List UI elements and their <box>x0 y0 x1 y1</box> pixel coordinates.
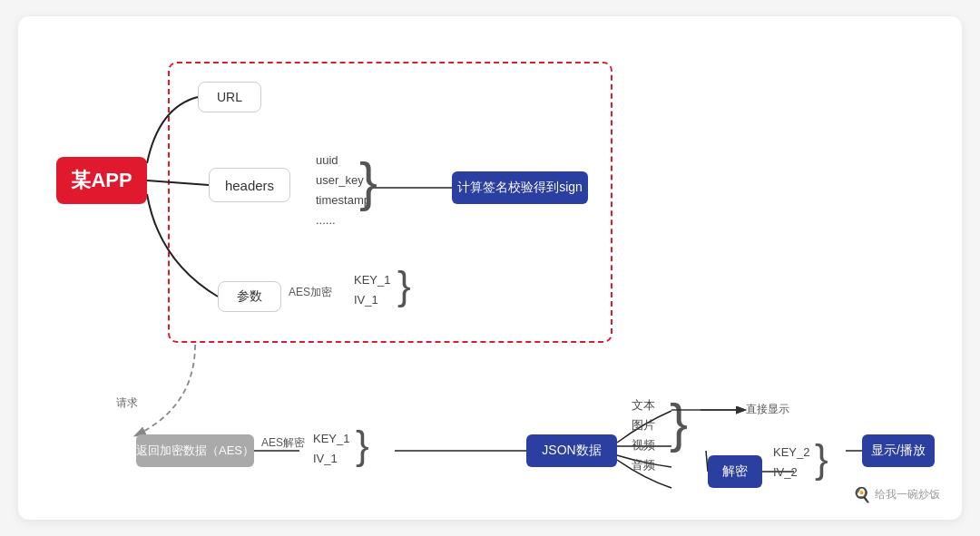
json-node: JSON数据 <box>526 434 617 467</box>
direct-show-label: 直接显示 <box>746 402 789 417</box>
aes-decrypt-label: AES解密 <box>261 435 305 451</box>
display-node: 显示/播放 <box>862 434 935 467</box>
diagram-container: 某APP URL headers uuid user_key timestamp… <box>18 16 962 520</box>
json-brace: } <box>670 392 688 454</box>
return-node: 返回加密数据（AES） <box>136 434 254 467</box>
aes-decrypt-items: KEY_1 IV_1 <box>313 429 349 469</box>
params-node: 参数 <box>218 281 281 312</box>
decrypt-brace: } <box>815 436 828 482</box>
request-label: 请求 <box>116 395 138 411</box>
url-node: URL <box>198 82 261 112</box>
sign-node: 计算签名校验得到sign <box>452 171 588 204</box>
aes-encrypt-label: AES加密 <box>289 285 332 300</box>
aes-brace: } <box>356 423 369 468</box>
headers-node: headers <box>209 168 290 202</box>
json-types: 文本 图片 视频 音频 <box>632 395 655 475</box>
decrypt-keys: KEY_2 IV_2 <box>773 443 809 482</box>
app-node: 某APP <box>56 157 147 204</box>
watermark: 🍳 给我一碗炒饭 <box>853 486 940 503</box>
headers-brace: } <box>359 151 377 213</box>
decrypt-node: 解密 <box>708 455 762 488</box>
params-items: KEY_1 IV_1 <box>354 270 390 310</box>
params-brace: } <box>397 263 411 308</box>
